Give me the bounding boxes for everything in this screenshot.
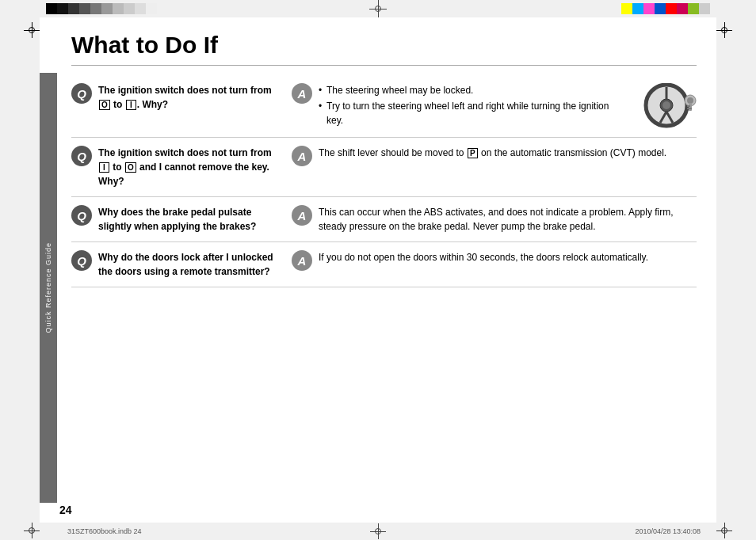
swatch-red [666, 3, 677, 14]
swatch-pink [677, 3, 688, 14]
a4-badge: A [292, 250, 312, 271]
a3-col: A This can occur when the ABS activates,… [292, 205, 697, 234]
q3-badge: Q [71, 205, 92, 226]
crosshair-top [369, 0, 387, 17]
swatch-cyan [632, 3, 643, 14]
svg-point-3 [662, 101, 670, 109]
swatch-blue [655, 3, 666, 14]
black-squares [46, 3, 157, 14]
swatch-black6 [101, 3, 113, 14]
swatch-black9 [135, 3, 146, 14]
a3-badge: A [292, 205, 312, 226]
svg-point-8 [687, 97, 693, 104]
top-bar [0, 0, 756, 17]
a1-badge: A [292, 83, 312, 104]
page-content: Quick Reference Guide What to Do If Q Th… [40, 17, 716, 523]
swatch-yellow [621, 3, 632, 14]
swatch-gray [699, 3, 710, 14]
qa-section: Q The ignition switch does not turn from… [71, 75, 697, 287]
page-number: 24 [59, 504, 72, 516]
swatch-black3 [68, 3, 79, 14]
q1-col: Q The ignition switch does not turn from… [71, 83, 285, 112]
crosshair-bottom [370, 523, 386, 539]
q2-icon-I: I [99, 162, 109, 173]
qa-row-3: Q Why does the brake pedal pulsate sligh… [71, 197, 697, 242]
sidebar-label: Quick Reference Guide [44, 242, 52, 333]
q2-col: Q The ignition switch does not turn from… [71, 146, 285, 188]
a2-col: A The shift lever should be moved to P o… [292, 146, 697, 166]
reg-mark-bl [24, 523, 40, 538]
reg-mark-tl [24, 22, 40, 38]
a4-col: A If you do not open the doors within 30… [292, 250, 697, 271]
main-content: What to Do If Q The ignition switch does… [57, 17, 716, 299]
steering-wheel-image [637, 83, 697, 129]
swatch-black7 [113, 3, 124, 14]
a2-icon-P: P [468, 148, 478, 158]
q2-text: The ignition switch does not turn from I… [98, 146, 285, 188]
a4-text: If you do not open the doors within 30 s… [319, 250, 648, 264]
swatch-black1 [46, 3, 57, 14]
reg-mark-br [716, 523, 732, 538]
q3-col: Q Why does the brake pedal pulsate sligh… [71, 205, 285, 234]
q4-text: Why do the doors lock after I unlocked t… [98, 250, 285, 279]
a2-badge: A [292, 146, 312, 166]
swatch-magenta [643, 3, 655, 14]
q2-badge: Q [71, 146, 92, 166]
qa-row-2: Q The ignition switch does not turn from… [71, 138, 697, 197]
q1-icon-I: I [126, 100, 136, 110]
bottom-date-info: 2010/04/28 13:40:08 [635, 527, 701, 535]
q1-text: The ignition switch does not turn from O… [98, 83, 285, 112]
a1-text: • The steering wheel may be locked. • Tr… [319, 83, 624, 127]
swatch-black10 [146, 3, 157, 14]
swatch-black4 [79, 3, 90, 14]
q2-icon-O: O [125, 162, 136, 173]
a2-text: The shift lever should be moved to P on … [319, 146, 666, 160]
q1-icon-O: O [99, 100, 110, 110]
q3-text: Why does the brake pedal pulsate slightl… [98, 205, 285, 234]
swatch-black5 [90, 3, 101, 14]
q4-badge: Q [71, 250, 92, 271]
reg-mark-tr [716, 22, 732, 38]
steering-wheel-svg [637, 83, 697, 129]
q1-badge: Q [71, 83, 92, 104]
a3-text: This can occur when the ABS activates, a… [319, 205, 697, 234]
a1-col: A • The steering wheel may be locked. • … [292, 83, 697, 129]
svg-rect-11 [687, 105, 690, 107]
swatch-black2 [57, 3, 68, 14]
qa-row-4: Q Why do the doors lock after I unlocked… [71, 242, 697, 287]
bottom-bar: 31SZT600book.indb 24 2010/04/28 13:40:08 [0, 523, 756, 540]
svg-rect-10 [687, 108, 692, 109]
page-title: What to Do If [71, 32, 697, 66]
crosshair-circle [375, 6, 381, 12]
sidebar-tab: Quick Reference Guide [40, 73, 57, 503]
bottom-file-info: 31SZT600book.indb 24 [67, 527, 142, 535]
swatch-green [688, 3, 699, 14]
q4-col: Q Why do the doors lock after I unlocked… [71, 250, 285, 279]
qa-row-1: Q The ignition switch does not turn from… [71, 75, 697, 138]
swatch-black8 [124, 3, 135, 14]
color-swatches [621, 3, 710, 14]
